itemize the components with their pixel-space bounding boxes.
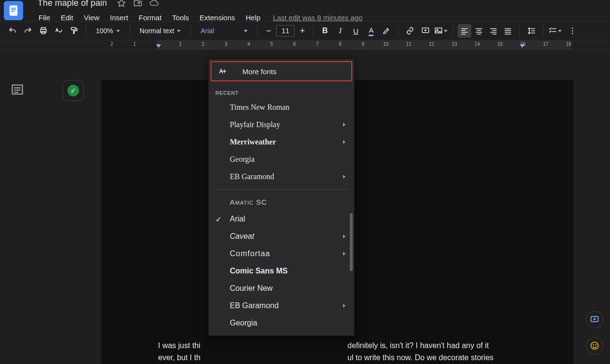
font-item-label: Comfortaa (230, 249, 270, 258)
menu-format[interactable]: Format (134, 12, 167, 24)
add-comment-button[interactable] (419, 24, 432, 38)
menu-edit[interactable]: Edit (56, 12, 78, 24)
svg-rect-8 (71, 27, 76, 30)
document-body-text[interactable]: I was just thidefinitely is, isn't it? I… (158, 340, 544, 364)
text-color-button[interactable]: A (364, 24, 378, 38)
ruler-tick: 1 (133, 41, 136, 47)
ruler-tick: 2 (202, 41, 205, 47)
move-icon[interactable] (133, 0, 143, 8)
font-item-label: Comic Sans MS (230, 267, 288, 275)
star-icon[interactable] (117, 0, 126, 8)
ruler-tick: 10 (383, 41, 388, 47)
svg-rect-0 (10, 5, 18, 16)
redo-button[interactable] (21, 24, 35, 38)
highlight-button[interactable] (380, 24, 393, 38)
menu-view[interactable]: View (79, 12, 104, 24)
docs-logo[interactable] (4, 1, 23, 20)
svg-point-43 (596, 345, 596, 345)
font-size-input[interactable]: 11 (276, 25, 294, 37)
svg-marker-4 (118, 0, 125, 7)
outline-toggle[interactable] (11, 83, 24, 96)
ruler-tick: 17 (543, 41, 548, 47)
check-icon: ✓ (215, 215, 222, 224)
font-item[interactable]: Playfair Display (209, 116, 354, 133)
line-spacing-button[interactable] (525, 24, 538, 38)
ruler-tick: 6 (293, 41, 296, 47)
first-line-indent-marker[interactable] (156, 44, 161, 48)
font-select[interactable]: Arial (196, 24, 252, 38)
last-edit-link[interactable]: Last edit was 8 minutes ago (273, 13, 363, 22)
submenu-arrow-icon (343, 175, 345, 179)
ruler-tick: 12 (429, 41, 434, 47)
ruler-tick: 7 (316, 41, 319, 47)
font-size-decrease[interactable]: − (263, 25, 274, 37)
font-item[interactable]: Georgia (209, 314, 354, 332)
cloud-status-icon[interactable] (149, 0, 159, 8)
font-item[interactable]: Georgia (209, 151, 354, 168)
svg-rect-1 (11, 8, 16, 9)
font-item-label: Georgia (230, 319, 257, 327)
underline-button[interactable]: U (349, 24, 362, 38)
ruler-tick: 5 (270, 41, 273, 47)
paint-format-button[interactable] (67, 24, 81, 38)
add-comment-side-button[interactable] (586, 311, 603, 328)
right-indent-marker[interactable] (520, 44, 525, 48)
font-item[interactable]: EB Garamond (209, 297, 354, 314)
zoom-select[interactable]: 100% (91, 24, 125, 38)
submenu-arrow-icon (343, 234, 345, 238)
menu-file[interactable]: File (34, 12, 55, 24)
styles-select[interactable]: Normal text (135, 24, 186, 38)
svg-rect-2 (11, 10, 16, 11)
submenu-arrow-icon (343, 304, 345, 308)
menu-insert[interactable]: Insert (105, 12, 133, 24)
menu-extensions[interactable]: Extensions (195, 12, 239, 24)
font-item[interactable]: Merriweather (209, 133, 354, 151)
bold-button[interactable]: B (318, 24, 332, 38)
dropdown-scrollbar[interactable] (350, 213, 353, 271)
ruler-tick: 1 (179, 41, 182, 47)
insert-link-button[interactable] (403, 24, 417, 38)
svg-point-33 (572, 28, 573, 29)
undo-button[interactable] (6, 24, 19, 38)
submenu-arrow-icon (343, 140, 345, 144)
submenu-arrow-icon (343, 123, 345, 127)
svg-rect-3 (11, 11, 14, 12)
more-button[interactable] (566, 24, 579, 38)
checklist-button[interactable] (548, 24, 562, 38)
add-font-icon (218, 67, 228, 76)
font-item[interactable]: Courier New (209, 280, 354, 297)
ruler-tick: 11 (406, 41, 411, 47)
font-item-label: Amatic SC (230, 198, 267, 206)
submenu-arrow-icon (343, 252, 345, 256)
more-fonts-item[interactable]: More fonts (211, 61, 352, 81)
font-dropdown: More fonts RECENT Times New RomanPlayfai… (208, 59, 355, 336)
insert-image-button[interactable] (434, 24, 448, 38)
svg-point-42 (593, 345, 594, 345)
more-fonts-label: More fonts (242, 67, 277, 76)
align-left-button[interactable] (458, 24, 471, 38)
ruler-tick: 15 (497, 41, 503, 47)
font-item[interactable]: EB Garamond (209, 168, 354, 185)
ruler-tick: 9 (362, 41, 365, 47)
emoji-reaction-button[interactable] (586, 337, 603, 354)
spellcheck-button[interactable] (52, 24, 66, 38)
font-item[interactable]: Caveat (209, 228, 354, 245)
svg-point-34 (572, 30, 573, 31)
font-item[interactable]: Arial✓ (209, 210, 354, 228)
menu-tools[interactable]: Tools (167, 12, 194, 24)
font-item[interactable]: Times New Roman (209, 99, 354, 116)
document-title[interactable]: The maple of pain (34, 0, 111, 10)
font-item[interactable]: Comic Sans MS (209, 262, 354, 280)
align-center-button[interactable] (472, 24, 486, 38)
checkmark-badge[interactable]: ✓ (63, 80, 84, 101)
font-size-increase[interactable]: + (296, 25, 308, 37)
align-justify-button[interactable] (501, 24, 515, 38)
ruler[interactable]: 21123456789101112131415161718 (0, 40, 610, 50)
menu-help[interactable]: Help (241, 12, 265, 24)
italic-button[interactable]: I (333, 24, 347, 38)
dropdown-divider (215, 189, 347, 190)
font-item[interactable]: Amatic SC (209, 194, 354, 210)
align-right-button[interactable] (487, 24, 500, 38)
font-item[interactable]: Comfortaa (209, 245, 354, 262)
print-button[interactable] (37, 24, 50, 38)
